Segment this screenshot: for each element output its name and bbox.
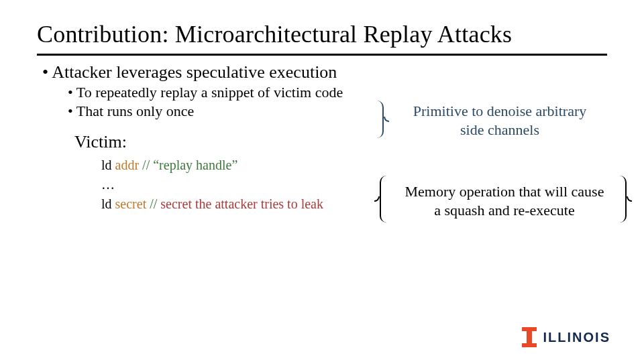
code-comment-secret: secret the attacker tries to leak xyxy=(160,196,323,211)
title-rule xyxy=(37,54,607,56)
block-i-icon xyxy=(522,327,537,347)
annotation-line: a squash and re-execute xyxy=(434,202,575,219)
code-operand: addr xyxy=(115,158,143,172)
code-comment: // “replay handle” xyxy=(142,158,237,172)
slide: Contribution: Microarchitectural Replay … xyxy=(0,0,644,362)
annotation-line: Primitive to denoise arbitrary xyxy=(413,103,586,119)
annotation-line: Memory operation that will cause xyxy=(405,183,604,200)
annotation-memory-op: Memory operation that will cause a squas… xyxy=(390,182,619,219)
annotation-line: side channels xyxy=(460,121,539,138)
code-line-1: ld addr // “replay handle” xyxy=(101,158,607,173)
bullet-level2: To repeatedly replay a snippet of victim… xyxy=(68,84,607,101)
annotation-primitive: Primitive to denoise arbitrary side chan… xyxy=(389,102,610,139)
page-title: Contribution: Microarchitectural Replay … xyxy=(37,20,607,48)
code-comment-prefix: // xyxy=(150,196,160,211)
brace-icon xyxy=(374,101,384,138)
bullet-level1: Attacker leverages speculative execution xyxy=(42,62,607,82)
code-keyword: ld xyxy=(101,196,115,211)
code-operand: secret xyxy=(115,196,150,211)
brace-icon xyxy=(380,176,389,223)
illinois-logo: ILLINOIS xyxy=(522,327,610,347)
logo-text: ILLINOIS xyxy=(543,330,610,345)
code-keyword: ld xyxy=(101,158,115,172)
brace-icon xyxy=(617,176,627,223)
